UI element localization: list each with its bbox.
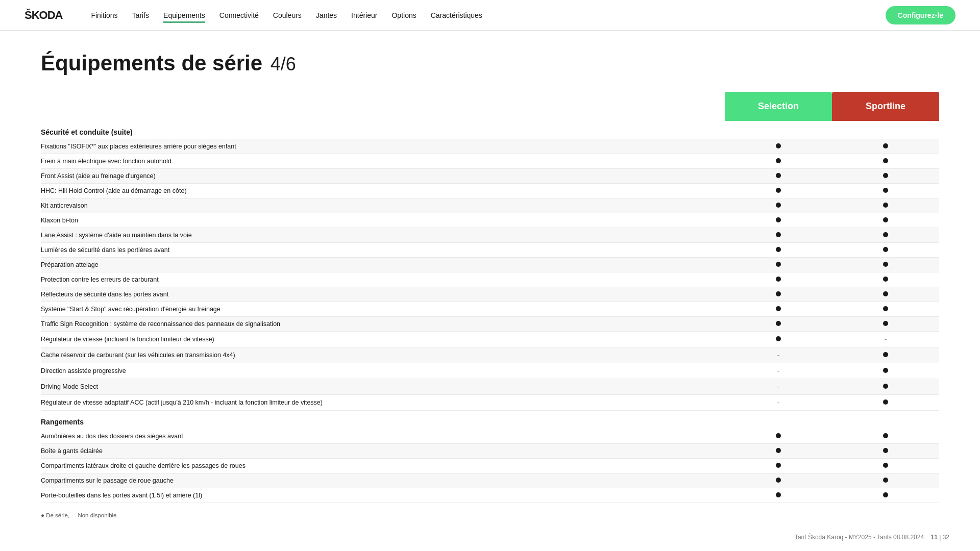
table-row: Régulateur de vitesse (incluant la fonct… bbox=[41, 332, 939, 347]
selection-value bbox=[725, 243, 832, 258]
dash-icon: - bbox=[777, 351, 780, 359]
nav-link-jantes[interactable]: Jantes bbox=[316, 11, 337, 19]
dot-icon bbox=[883, 143, 888, 148]
legend: ● De série, - Non disponible. bbox=[41, 512, 939, 518]
nav-link-interieur[interactable]: Intérieur bbox=[351, 11, 377, 19]
sportline-value bbox=[832, 198, 939, 213]
legend-dot: ● De série, bbox=[41, 512, 69, 518]
sportline-value bbox=[832, 429, 939, 444]
dot-icon bbox=[776, 336, 781, 341]
selection-value: - bbox=[725, 395, 832, 411]
dot-icon bbox=[776, 232, 781, 237]
nav-item-finitions[interactable]: Finitions bbox=[91, 11, 117, 19]
selection-value bbox=[725, 302, 832, 317]
nav-link-tarifs[interactable]: Tarifs bbox=[132, 11, 149, 19]
selection-value bbox=[725, 272, 832, 287]
configurez-button[interactable]: Configurez-le bbox=[886, 6, 955, 24]
sportline-value bbox=[832, 395, 939, 411]
dot-icon bbox=[776, 173, 781, 178]
dot-icon bbox=[776, 247, 781, 252]
nav-link-connectivite[interactable]: Connectivité bbox=[219, 11, 259, 19]
feature-label: Réflecteurs de sécurité dans les portes … bbox=[41, 287, 725, 302]
dot-icon bbox=[776, 478, 781, 483]
selection-value bbox=[725, 444, 832, 459]
dot-icon bbox=[776, 321, 781, 326]
table-row: Régulateur de vitesse adaptatif ACC (act… bbox=[41, 395, 939, 411]
feature-label: Klaxon bi-ton bbox=[41, 213, 725, 228]
page-footer: Tarif Škoda Karoq - MY2025 - Tarifs 08.0… bbox=[795, 534, 949, 541]
table-row: Lumières de sécurité dans les portières … bbox=[41, 243, 939, 258]
col-header-empty bbox=[41, 92, 725, 121]
table-row: Aumônières au dos des dossiers des siège… bbox=[41, 429, 939, 444]
sportline-value bbox=[832, 228, 939, 243]
selection-value bbox=[725, 228, 832, 243]
feature-label: Aumônières au dos des dossiers des siège… bbox=[41, 429, 725, 444]
page-pagination: 4/6 bbox=[271, 54, 296, 74]
nav-item-equipements[interactable]: Equipements bbox=[163, 11, 205, 19]
feature-label: Kit anticrevaison bbox=[41, 198, 725, 213]
dot-icon bbox=[776, 217, 781, 222]
dot-icon bbox=[883, 352, 888, 357]
dot-icon bbox=[776, 188, 781, 193]
dot-icon bbox=[883, 277, 888, 282]
selection-value bbox=[725, 488, 832, 503]
dot-icon bbox=[776, 448, 781, 453]
sportline-value bbox=[832, 488, 939, 503]
dot-icon bbox=[883, 203, 888, 208]
legend-dash: - Non disponible. bbox=[74, 512, 118, 518]
section-title-rangements: Rangements bbox=[41, 411, 939, 430]
feature-label: Lane Assist : système d'aide au maintien… bbox=[41, 228, 725, 243]
nav-link-equipements[interactable]: Equipements bbox=[163, 11, 205, 23]
nav-item-interieur[interactable]: Intérieur bbox=[351, 11, 377, 19]
nav-item-caracteristiques[interactable]: Caractéristiques bbox=[431, 11, 482, 19]
table-row: Direction assistée progressive- bbox=[41, 363, 939, 379]
table-row: Cache réservoir de carburant (sur les vé… bbox=[41, 347, 939, 363]
dot-icon bbox=[883, 492, 888, 497]
feature-label: Driving Mode Select bbox=[41, 379, 725, 395]
feature-label: Régulateur de vitesse adaptatif ACC (act… bbox=[41, 395, 725, 411]
selection-value: - bbox=[725, 347, 832, 363]
dot-icon bbox=[883, 173, 888, 178]
nav-link-couleurs[interactable]: Couleurs bbox=[273, 11, 302, 19]
nav-item-couleurs[interactable]: Couleurs bbox=[273, 11, 302, 19]
dot-icon bbox=[883, 448, 888, 453]
table-row: Compartiments sur le passage de roue gau… bbox=[41, 473, 939, 488]
nav-item-tarifs[interactable]: Tarifs bbox=[132, 11, 149, 19]
dash-icon: - bbox=[777, 367, 780, 375]
equipment-table: Sécurité et conduite (suite)Fixations "I… bbox=[41, 121, 939, 503]
nav-item-jantes[interactable]: Jantes bbox=[316, 11, 337, 19]
footer-page-current: 11 bbox=[930, 534, 937, 541]
section-header-securite: Sécurité et conduite (suite) bbox=[41, 121, 939, 139]
sportline-value bbox=[832, 139, 939, 154]
table-row: HHC: Hill Hold Control (aide au démarrag… bbox=[41, 184, 939, 198]
brand-logo: ŠKODA bbox=[24, 9, 62, 22]
selection-value bbox=[725, 332, 832, 347]
feature-label: Fixations "ISOFIX*" aux places extérieur… bbox=[41, 139, 725, 154]
selection-value bbox=[725, 429, 832, 444]
selection-value bbox=[725, 287, 832, 302]
sportline-value: - bbox=[832, 332, 939, 347]
nav-link-caracteristiques[interactable]: Caractéristiques bbox=[431, 11, 482, 19]
dot-icon bbox=[776, 262, 781, 267]
dot-icon bbox=[883, 247, 888, 252]
dot-icon bbox=[883, 158, 888, 163]
sportline-value bbox=[832, 459, 939, 473]
nav-link-finitions[interactable]: Finitions bbox=[91, 11, 117, 19]
dot-icon bbox=[883, 478, 888, 483]
selection-value bbox=[725, 317, 832, 332]
dot-icon bbox=[883, 368, 888, 373]
dot-icon bbox=[776, 463, 781, 468]
dot-icon bbox=[883, 321, 888, 326]
feature-label: Boîte à gants éclairée bbox=[41, 444, 725, 459]
feature-label: Régulateur de vitesse (incluant la fonct… bbox=[41, 332, 725, 347]
table-row: Kit anticrevaison bbox=[41, 198, 939, 213]
feature-label: Porte-bouteilles dans les portes avant (… bbox=[41, 488, 725, 503]
nav-item-connectivite[interactable]: Connectivité bbox=[219, 11, 259, 19]
table-row: Fixations "ISOFIX*" aux places extérieur… bbox=[41, 139, 939, 154]
selection-value: - bbox=[725, 379, 832, 395]
nav-link-options[interactable]: Options bbox=[391, 11, 416, 19]
table-row: Klaxon bi-ton bbox=[41, 213, 939, 228]
nav-item-options[interactable]: Options bbox=[391, 11, 416, 19]
selection-value bbox=[725, 473, 832, 488]
table-row: Boîte à gants éclairée bbox=[41, 444, 939, 459]
